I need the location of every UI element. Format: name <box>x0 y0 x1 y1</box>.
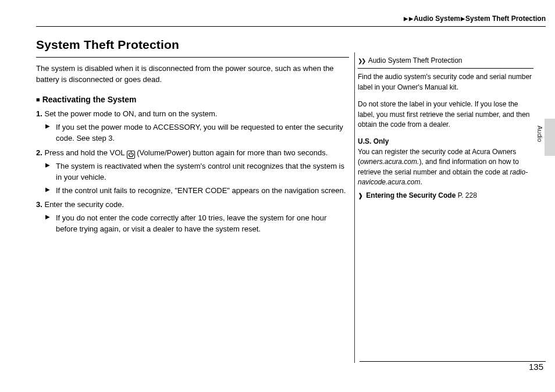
sidebar-title: ❯❯ Audio System Theft Protection <box>358 56 533 66</box>
divider <box>36 57 349 58</box>
step-text: Set the power mode to ON, and turn on th… <box>44 109 217 118</box>
divider <box>358 68 533 69</box>
arrow-icon: ❱ <box>358 192 363 199</box>
step-sub-text: The system is reactivated when the syste… <box>56 162 344 181</box>
step-sub-text: If the control unit fails to recognize, … <box>56 186 346 195</box>
steps-list: 1. Set the power mode to ON, and turn on… <box>36 109 349 235</box>
step-item: 2. Press and hold the VOL ⏻ (Volume/Powe… <box>36 148 349 197</box>
breadcrumb-level1: Audio System <box>414 15 460 23</box>
section-tab-label: Audio <box>535 126 544 142</box>
section-tab <box>545 119 555 156</box>
triangle-icon: ▶ <box>45 161 50 170</box>
square-bullet-icon: ■ <box>36 95 40 105</box>
sidebar-paragraph: Find the audio system's security code an… <box>358 72 533 92</box>
step-number: 1. <box>36 109 42 118</box>
vertical-divider <box>354 52 355 363</box>
intro-text: The system is disabled when it is discon… <box>36 63 349 85</box>
subheading: ■Reactivating the System <box>36 94 349 105</box>
triangle-icon: ▶ <box>404 15 408 23</box>
step-sub: ▶ If you do not enter the code correctly… <box>56 213 349 235</box>
sidebar-paragraph: Do not store the label in your vehicle. … <box>358 99 533 130</box>
cross-reference: ❱ Entering the Security Code P. 228 <box>358 191 533 201</box>
triangle-icon: ▶ <box>461 15 465 23</box>
subheading-text: Reactivating the System <box>42 95 137 104</box>
step-sub: ▶ If the control unit fails to recognize… <box>56 186 349 197</box>
step-sub-text: If you set the power mode to ACCESSORY, … <box>56 123 343 142</box>
xref-label: Entering the Security Code <box>366 191 456 199</box>
double-chevron-icon: ❯❯ <box>358 58 365 64</box>
page-number: 135 <box>529 361 543 373</box>
step-sub-text: If you do not enter the code correctly a… <box>56 213 326 233</box>
xref-page: P. 228 <box>458 191 477 199</box>
breadcrumb-level2: System Theft Protection <box>465 15 546 23</box>
breadcrumb: ▶▶Audio System▶System Theft Protection <box>403 14 546 24</box>
sidebar-title-text: Audio System Theft Protection <box>368 56 462 65</box>
triangle-icon: ▶ <box>45 186 50 194</box>
divider <box>360 361 546 362</box>
sidebar-us-heading: U.S. Only <box>358 137 533 147</box>
step-text-pre: Press and hold the VOL <box>44 148 126 157</box>
main-content: System Theft Protection The system is di… <box>36 36 349 238</box>
step-item: 1. Set the power mode to ON, and turn on… <box>36 109 349 144</box>
triangle-icon: ▶ <box>409 15 413 23</box>
sidebar-us-block: U.S. Only You can register the security … <box>358 137 533 187</box>
step-sub: ▶ If you set the power mode to ACCESSORY… <box>56 122 349 144</box>
step-item: 3. Enter the security code. ▶ If you do … <box>36 199 349 235</box>
sidebar-link: owners.acura.com. <box>360 158 419 166</box>
step-number: 2. <box>36 148 42 157</box>
triangle-icon: ▶ <box>45 122 50 131</box>
sidebar: ❯❯ Audio System Theft Protection Find th… <box>358 56 533 201</box>
step-text-post: (Volume/Power) button again for more tha… <box>135 148 328 157</box>
triangle-icon: ▶ <box>45 213 50 222</box>
step-sub: ▶ The system is reactivated when the sys… <box>56 161 349 183</box>
divider <box>36 26 546 27</box>
power-icon: ⏻ <box>127 151 135 159</box>
step-text: Enter the security code. <box>44 200 124 209</box>
page-title: System Theft Protection <box>36 36 349 54</box>
sidebar-us-post: . <box>420 178 422 186</box>
step-number: 3. <box>36 200 42 209</box>
